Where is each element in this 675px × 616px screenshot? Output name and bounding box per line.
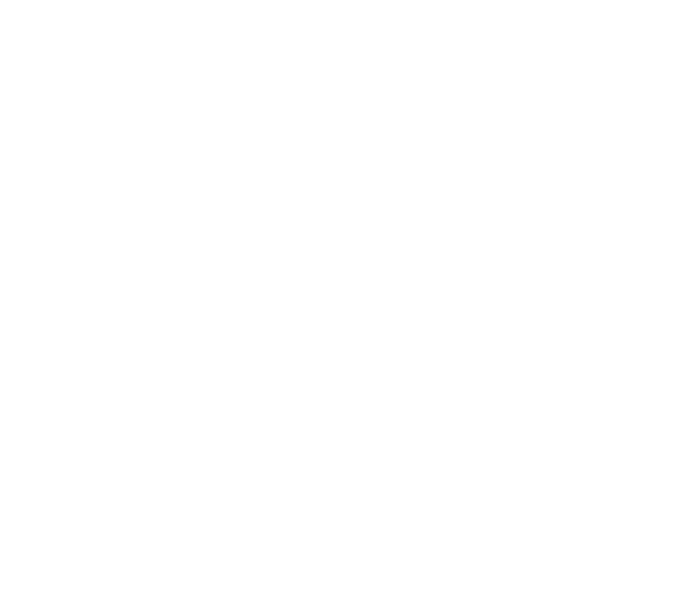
flowchart <box>0 0 675 616</box>
arrows-svg <box>0 0 675 616</box>
